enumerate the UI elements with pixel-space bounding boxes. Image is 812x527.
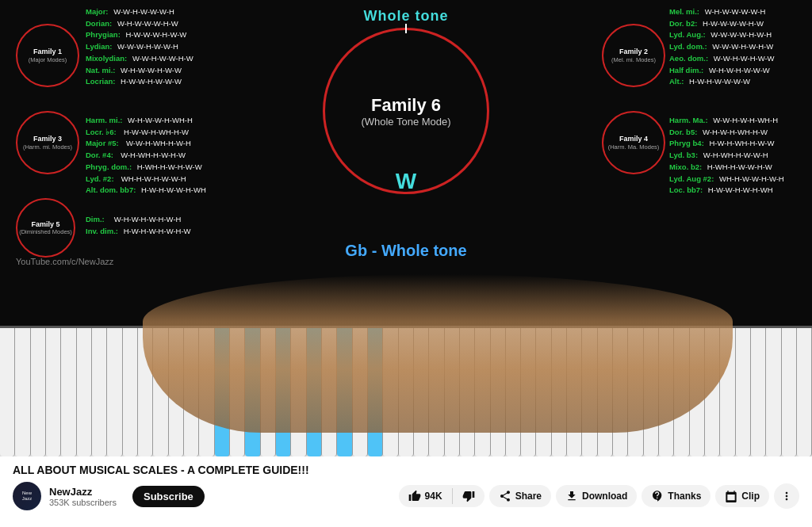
clip-label: Clip bbox=[741, 491, 760, 502]
clip-icon bbox=[725, 490, 737, 502]
whole-tone-label: Whole tone bbox=[364, 8, 449, 25]
thanks-icon bbox=[651, 490, 664, 502]
more-icon bbox=[780, 490, 793, 502]
dislike-button[interactable] bbox=[453, 485, 485, 507]
clip-button[interactable]: Clip bbox=[715, 485, 769, 507]
family-5-name: Family 5 bbox=[31, 220, 59, 229]
video-player: Family 1 (Major Modes) Family 2 (Mel. mi… bbox=[0, 0, 812, 456]
gb-title: Gb - Whole tone bbox=[345, 242, 466, 260]
scales-top-left: Major: W-W-H-W-W-W-H Dorian: W-H-W-W-W-H… bbox=[86, 6, 193, 88]
thumbs-down-icon bbox=[462, 490, 475, 502]
channel-name-sub: NewJazz 353K subscribers bbox=[49, 486, 117, 507]
channel-row: NewJazz NewJazz 353K subscribers Subscri… bbox=[13, 482, 799, 510]
thanks-button[interactable]: Thanks bbox=[642, 485, 710, 507]
w-label: W bbox=[396, 169, 416, 194]
share-button[interactable]: Share bbox=[489, 485, 551, 507]
share-icon bbox=[499, 490, 511, 502]
scales-bot-left: Dim.: W-H-W-H-W-H-W-H Inv. dim.: H-W-H-W… bbox=[86, 214, 191, 237]
channel-info: NewJazz NewJazz 353K subscribers Subscri… bbox=[13, 482, 205, 510]
family-1-circle: Family 1 (Major Modes) bbox=[16, 24, 79, 87]
scales-mid-left: Harm. mi.: W-H-W-W-H-WH-H Locr. ♭6: H-W-… bbox=[86, 115, 206, 197]
channel-subscribers: 353K subscribers bbox=[49, 498, 117, 507]
family-4-sub: (Harm. Ma. Modes) bbox=[608, 143, 660, 151]
subscribe-button[interactable]: Subscribe bbox=[132, 486, 205, 507]
family-3-sub: (Harm. mi. Modes) bbox=[23, 143, 72, 151]
family-1-sub: (Major Modes) bbox=[29, 56, 67, 63]
family-5-sub: (Diminished Modes) bbox=[19, 228, 72, 235]
bottom-bar: ALL ABOUT MUSICAL SCALES - A COMPLETE GU… bbox=[0, 456, 812, 527]
like-count: 94K bbox=[425, 491, 442, 502]
family-4-circle: Family 4 (Harm. Ma. Modes) bbox=[602, 111, 665, 174]
video-content: Family 1 (Major Modes) Family 2 (Mel. mi… bbox=[0, 0, 812, 456]
video-title: ALL ABOUT MUSICAL SCALES - A COMPLETE GU… bbox=[13, 463, 799, 477]
family-2-circle: Family 2 (Mel. mi. Modes) bbox=[602, 24, 665, 87]
scales-top-right: Mel. mi.: W-H-W-W-W-W-H Dor. b2: H-W-W-W… bbox=[669, 6, 804, 88]
download-label: Download bbox=[582, 491, 627, 502]
like-button[interactable]: 94K bbox=[399, 485, 452, 507]
channel-avatar[interactable]: NewJazz bbox=[13, 482, 41, 510]
more-button[interactable] bbox=[774, 483, 799, 509]
share-label: Share bbox=[515, 491, 542, 502]
family-3-circle: Family 3 (Harm. mi. Modes) bbox=[16, 111, 79, 174]
piano-keyboard bbox=[0, 326, 812, 456]
family-2-sub: (Mel. mi. Modes) bbox=[611, 56, 656, 63]
family-1-name: Family 1 bbox=[33, 48, 62, 56]
family-6-subtitle: (Whole Tone Mode) bbox=[361, 116, 450, 128]
action-buttons: 94K Share Download Thanks bbox=[399, 483, 799, 509]
family-6-title: Family 6 bbox=[371, 95, 441, 116]
family-5-circle: Family 5 (Diminished Modes) bbox=[16, 198, 75, 258]
scales-mid-right: Harm. Ma.: W-W-H-W-H-WH-H Dor. b5: W-H-W… bbox=[669, 115, 804, 197]
family-3-name: Family 3 bbox=[33, 135, 62, 143]
family-4-name: Family 4 bbox=[619, 135, 648, 143]
info-area: Family 1 (Major Modes) Family 2 (Mel. mi… bbox=[0, 0, 812, 262]
like-dislike-group: 94K bbox=[399, 485, 485, 507]
download-button[interactable]: Download bbox=[556, 485, 637, 507]
piano-hands-area bbox=[0, 262, 812, 456]
channel-name[interactable]: NewJazz bbox=[49, 486, 117, 498]
download-icon bbox=[565, 490, 578, 502]
thanks-label: Thanks bbox=[668, 491, 701, 502]
family-2-name: Family 2 bbox=[619, 48, 648, 56]
thumbs-up-icon bbox=[408, 490, 421, 502]
yt-watermark: YouTube.com/c/NewJazz bbox=[16, 257, 113, 266]
